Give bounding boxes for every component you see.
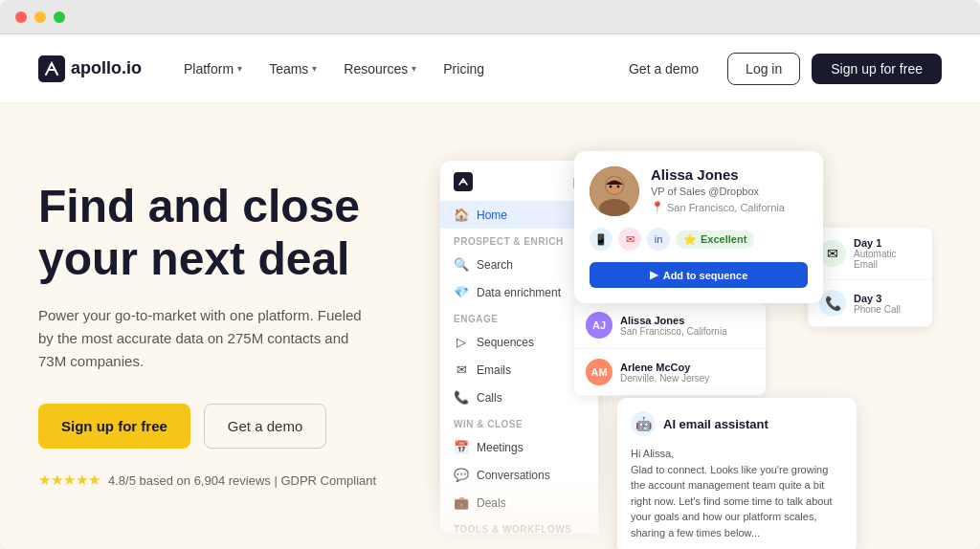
sidebar-item-sequences-label: Sequences	[477, 336, 534, 349]
profile-name: Alissa Jones	[651, 166, 808, 183]
star-icon: ⭐	[683, 233, 697, 246]
profile-title: VP of Sales @Dropbox	[651, 186, 808, 197]
sidebar-item-meetings[interactable]: 📅 Meetings	[440, 433, 598, 461]
chevron-down-icon: ▾	[312, 63, 317, 74]
demo-hero-button[interactable]: Get a demo	[204, 404, 326, 449]
sidebar-item-calls-label: Calls	[477, 391, 502, 405]
ai-assistant-icon: 🤖	[631, 411, 656, 436]
nav-teams-label: Teams	[269, 61, 308, 77]
hero-title: Find and close your next deal	[38, 180, 402, 285]
contact-item-2[interactable]: AM Arlene McCoy Denville, New Jersey	[574, 349, 766, 396]
emails-icon: ✉	[454, 362, 469, 377]
contact-list: AJ Alissa Jones San Francisco, Californi…	[574, 302, 766, 396]
sidebar-item-enrichment-label: Data enrichment	[477, 286, 561, 299]
contact-info-2: Arlene McCoy Denville, New Jersey	[620, 362, 709, 384]
sidebar-item-emails-label: Emails	[477, 363, 511, 377]
profile-location: 📍 San Francisco, California	[651, 201, 808, 213]
seq-info-2: Day 3 Phone Call	[854, 293, 921, 315]
add-sequence-button[interactable]: ▶ Add to sequence	[590, 262, 808, 288]
sidebar-item-deals-label: Deals	[477, 496, 506, 510]
meetings-icon: 📅	[454, 440, 469, 454]
minimize-button[interactable]	[34, 11, 46, 23]
chevron-down-icon: ▾	[237, 63, 242, 74]
get-demo-nav-button[interactable]: Get a demo	[612, 54, 716, 84]
hero-rating: ★★★★★ 4.8/5 based on 6,904 reviews | GDP…	[38, 472, 402, 489]
login-button[interactable]: Log in	[727, 53, 800, 85]
sidebar-item-conversations[interactable]: 💬 Conversations	[440, 461, 598, 489]
sequence-item-1: ✉ Day 1 Automatic Email	[808, 228, 932, 280]
score-badge: ⭐ Excellent	[676, 231, 754, 249]
sequence-card: ✉ Day 1 Automatic Email 📞 Day 3 Phone Ca…	[808, 228, 932, 327]
avatar	[590, 166, 639, 216]
hero-section: Find and close your next deal Power your…	[0, 103, 980, 549]
deals-icon: 💼	[454, 495, 469, 510]
browser-content: apollo.io Platform ▾ Teams ▾ Resources ▾…	[0, 34, 980, 549]
ai-email-body: Hi Alissa, Glad to connect. Looks like y…	[631, 446, 843, 540]
svg-point-4	[606, 177, 623, 194]
nav-pricing-label: Pricing	[443, 61, 484, 77]
logo[interactable]: apollo.io	[38, 55, 142, 82]
sidebar-item-home-label: Home	[477, 209, 507, 222]
nav-resources-label: Resources	[344, 61, 408, 77]
sidebar-item-meetings-label: Meetings	[477, 441, 523, 454]
contact-avatar-1: AJ	[586, 312, 612, 339]
email-sequence-icon: ✉	[819, 240, 846, 267]
hero-buttons: Sign up for free Get a demo	[38, 404, 402, 449]
sequence-item-2: 📞 Day 3 Phone Call	[808, 280, 932, 327]
svg-point-5	[610, 186, 612, 188]
conversations-icon: 💬	[454, 468, 469, 482]
sidebar-item-deals[interactable]: 💼 Deals	[440, 489, 598, 516]
call-sequence-icon: 📞	[819, 290, 846, 317]
ai-email-card: 🤖 AI email assistant Hi Alissa, Glad to …	[617, 398, 857, 549]
ai-email-header: 🤖 AI email assistant	[631, 411, 843, 436]
signup-nav-button[interactable]: Sign up for free	[812, 54, 942, 84]
hero-content: Find and close your next deal Power your…	[38, 161, 402, 489]
profile-header: Alissa Jones VP of Sales @Dropbox 📍 San …	[590, 166, 808, 216]
nav-platform[interactable]: Platform ▾	[172, 54, 254, 84]
navbar-actions: Get a demo Log in Sign up for free	[612, 53, 942, 85]
email-icon[interactable]: ✉	[618, 228, 641, 251]
location-icon: 📍	[651, 201, 664, 213]
chevron-down-icon: ▾	[412, 63, 416, 74]
sidebar-item-home[interactable]: 🏠 Home	[440, 201, 590, 229]
maximize-button[interactable]	[54, 11, 65, 23]
enrichment-icon: 💎	[454, 285, 469, 299]
logo-text: apollo.io	[71, 58, 142, 78]
sequences-icon: ▷	[454, 335, 469, 349]
svg-point-6	[617, 186, 620, 188]
browser-window: apollo.io Platform ▾ Teams ▾ Resources ▾…	[0, 0, 980, 549]
seq-info-1: Day 1 Automatic Email	[854, 237, 921, 270]
phone-icon[interactable]: 📱	[590, 228, 612, 251]
sidebar-section-tools: Tools & workflows	[440, 516, 598, 534]
sidebar-item-conversations-label: Conversations	[477, 469, 550, 482]
contact-avatar-2: AM	[586, 359, 612, 385]
signup-hero-button[interactable]: Sign up for free	[38, 404, 190, 449]
contact-info-1: Alissa Jones San Francisco, California	[620, 315, 727, 337]
sidebar-logo	[454, 172, 473, 191]
browser-titlebar	[0, 0, 980, 34]
nav-platform-label: Platform	[184, 61, 234, 77]
close-button[interactable]	[15, 11, 27, 23]
linkedin-icon[interactable]: in	[647, 228, 670, 251]
profile-card: Alissa Jones VP of Sales @Dropbox 📍 San …	[574, 151, 823, 303]
sidebar-item-search-label: Search	[477, 258, 513, 272]
play-icon: ▶	[650, 269, 657, 281]
profile-info: Alissa Jones VP of Sales @Dropbox 📍 San …	[651, 166, 808, 216]
sidebar-section-win: Win & close	[440, 411, 598, 433]
nav-teams[interactable]: Teams ▾	[257, 54, 328, 84]
navbar: apollo.io Platform ▾ Teams ▾ Resources ▾…	[0, 34, 980, 103]
profile-social-icons: 📱 ✉ in ⭐ Excellent	[590, 228, 808, 251]
nav-pricing[interactable]: Pricing	[432, 54, 496, 84]
home-icon: 🏠	[454, 208, 469, 222]
hero-subtitle: Power your go-to-market with one platfor…	[38, 304, 364, 373]
calls-icon: 📞	[454, 390, 469, 405]
nav-resources[interactable]: Resources ▾	[332, 54, 428, 84]
contact-item-1[interactable]: AJ Alissa Jones San Francisco, Californi…	[574, 302, 766, 349]
rating-text: 4.8/5 based on 6,904 reviews | GDPR Comp…	[108, 473, 376, 488]
search-icon: 🔍	[454, 257, 469, 272]
rating-stars: ★★★★★	[38, 472, 100, 489]
nav-menu: Platform ▾ Teams ▾ Resources ▾ Pricing	[172, 54, 612, 84]
ai-email-title: AI email assistant	[663, 417, 768, 431]
